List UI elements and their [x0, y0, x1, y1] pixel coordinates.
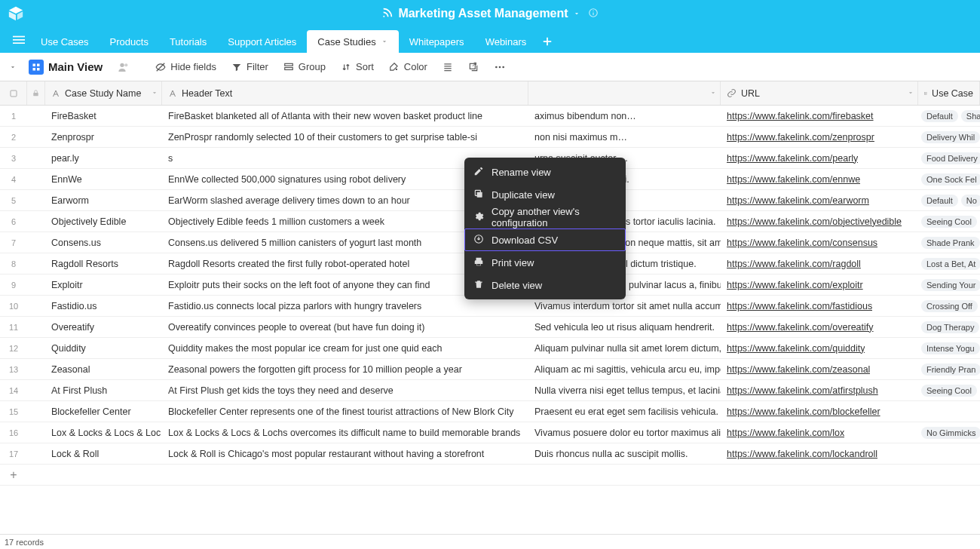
url-link[interactable]: https://www.fakelink.com/zenprospr — [727, 132, 874, 143]
cell-name[interactable]: Fastidio.us — [45, 296, 162, 316]
cell-use-case[interactable]: Seeing Cool — [918, 380, 980, 400]
cell-body[interactable]: Sed vehicula leo ut risus aliquam hendre… — [528, 317, 721, 337]
cell-url[interactable]: https://www.fakelink.com/firebasket — [721, 106, 918, 126]
cell-url[interactable]: https://www.fakelink.com/zeasonal — [721, 359, 918, 379]
url-link[interactable]: https://www.fakelink.com/quiddity — [727, 343, 865, 354]
tab-case-studies[interactable]: Case Studies — [307, 30, 398, 53]
url-link[interactable]: https://www.fakelink.com/firebasket — [727, 111, 874, 121]
cell-name[interactable]: FireBasket — [45, 106, 162, 126]
cell-body[interactable]: Vivamus posuere dolor eu tortor maximus … — [528, 422, 721, 443]
current-view-button[interactable]: Main View — [23, 57, 109, 78]
cell-url[interactable]: https://www.fakelink.com/quiddity — [721, 338, 918, 358]
table-row[interactable]: 13ZeasonalZeasonal powers the forgotten … — [0, 359, 980, 380]
table-row[interactable]: 17Lock & RollLock & Roll is Chicago's mo… — [0, 443, 980, 465]
menu-item-copy-another-view-s-configuration[interactable]: Copy another view's configuration — [464, 206, 626, 228]
cell-body[interactable]: aximus bibendum non… — [528, 106, 721, 126]
cell-url[interactable]: https://www.fakelink.com/lox — [721, 422, 918, 443]
group-button[interactable]: Group — [277, 58, 332, 75]
url-link[interactable]: https://www.fakelink.com/fastidious — [727, 301, 872, 311]
cell-url[interactable]: https://www.fakelink.com/consensus — [721, 232, 918, 253]
url-link[interactable]: https://www.fakelink.com/pearly — [727, 153, 858, 164]
cell-use-case[interactable]: No Gimmicks — [918, 422, 980, 443]
cell-name[interactable]: Zeasonal — [45, 359, 162, 379]
chevron-down-icon[interactable] — [907, 88, 914, 99]
sort-button[interactable]: Sort — [335, 58, 380, 75]
cell-header[interactable]: Blockefeller Center represents one of th… — [162, 401, 528, 422]
column-body-text[interactable] — [528, 81, 721, 105]
url-link[interactable]: https://www.fakelink.com/lox — [727, 428, 844, 438]
cell-use-case[interactable]: DefaultNo — [918, 190, 980, 210]
cell-use-case[interactable]: Crossing Off — [918, 296, 980, 316]
tab-products[interactable]: Products — [100, 30, 159, 53]
color-button[interactable]: Color — [383, 58, 433, 75]
tab-tutorials[interactable]: Tutorials — [159, 30, 217, 53]
url-link[interactable]: https://www.fakelink.com/ennwe — [727, 174, 860, 185]
add-table-button[interactable] — [537, 30, 558, 53]
tab-whitepapers[interactable]: Whitepapers — [399, 30, 475, 53]
cell-use-case[interactable]: Intense Yogu — [918, 338, 980, 358]
url-link[interactable]: https://www.fakelink.com/objectivelyedib… — [727, 216, 902, 227]
cell-name[interactable]: At First Plush — [45, 380, 162, 400]
cell-body[interactable]: Aliquam ac mi sagittis, vehicula arcu eu… — [528, 359, 721, 379]
menu-item-delete-view[interactable]: Delete view — [464, 274, 626, 296]
cell-use-case[interactable]: Delivery Whil — [918, 127, 980, 147]
cell-url[interactable]: https://www.fakelink.com/fastidious — [721, 296, 918, 316]
cell-url[interactable]: https://www.fakelink.com/lockandroll — [721, 443, 918, 464]
cell-use-case[interactable]: One Sock Fel — [918, 169, 980, 189]
cell-url[interactable]: https://www.fakelink.com/atfirstplush — [721, 380, 918, 400]
cell-name[interactable]: EnnWe — [45, 169, 162, 189]
table-row[interactable]: 1FireBasketFireBasket blanketed all of A… — [0, 106, 980, 127]
column-name[interactable]: Case Study Name — [45, 81, 162, 105]
cell-header[interactable]: FireBasket blanketed all of Atlanta with… — [162, 106, 528, 126]
menu-item-duplicate-view[interactable]: Duplicate view — [464, 183, 626, 206]
url-link[interactable]: https://www.fakelink.com/consensus — [727, 238, 877, 248]
url-link[interactable]: https://www.fakelink.com/overeatify — [727, 322, 874, 333]
chevron-down-icon[interactable] — [573, 8, 580, 20]
cell-name[interactable]: Earworm — [45, 190, 162, 210]
cell-name[interactable]: Ragdoll Resorts — [45, 253, 162, 274]
cell-name[interactable]: Lox & Locks & Locs & Loc… — [45, 422, 162, 443]
cell-body[interactable]: Nulla viverra nisi eget tellus tempus, e… — [528, 380, 721, 400]
select-all-checkbox[interactable] — [0, 81, 27, 105]
cell-use-case[interactable] — [918, 401, 980, 422]
cell-use-case[interactable]: Lost a Bet, At — [918, 253, 980, 274]
cell-header[interactable]: Lock & Roll is Chicago's most popular re… — [162, 443, 528, 464]
cell-name[interactable]: Exploitr — [45, 274, 162, 295]
cell-url[interactable]: https://www.fakelink.com/ragdoll — [721, 253, 918, 274]
url-link[interactable]: https://www.fakelink.com/exploitr — [727, 280, 863, 290]
cell-header[interactable]: At First Plush get kids the toys they ne… — [162, 380, 528, 400]
row-height-button[interactable] — [436, 59, 459, 75]
cell-url[interactable]: https://www.fakelink.com/blockefeller — [721, 401, 918, 422]
cell-use-case[interactable]: DefaultSha — [918, 106, 980, 126]
url-link[interactable]: https://www.fakelink.com/earworm — [727, 195, 869, 206]
column-url[interactable]: URL — [721, 81, 918, 105]
cell-header[interactable]: Zeasonal powers the forgotten gift proce… — [162, 359, 528, 379]
cell-name[interactable]: pear.ly — [45, 148, 162, 168]
cell-name[interactable]: Consens.us — [45, 232, 162, 253]
cell-url[interactable]: https://www.fakelink.com/zenprospr — [721, 127, 918, 147]
filter-button[interactable]: Filter — [225, 58, 274, 75]
chevron-down-icon[interactable] — [709, 88, 717, 99]
tab-support-articles[interactable]: Support Articles — [217, 30, 307, 53]
cell-name[interactable]: Blockefeller Center — [45, 401, 162, 422]
column-use-case[interactable]: Use Case — [918, 81, 980, 105]
cell-use-case[interactable]: Seeing Cool — [918, 211, 980, 232]
more-menu-button[interactable] — [488, 58, 512, 76]
cell-url[interactable]: https://www.fakelink.com/earworm — [721, 190, 918, 210]
share-view-button[interactable] — [462, 59, 485, 75]
cell-name[interactable]: Zenprospr — [45, 127, 162, 147]
table-row[interactable]: 14At First PlushAt First Plush get kids … — [0, 380, 980, 401]
menu-item-download-csv[interactable]: Download CSV — [464, 228, 626, 251]
app-title[interactable]: Marketing Asset Management — [398, 7, 568, 20]
cell-header[interactable]: ZenProspr randomly selected 10 of their … — [162, 127, 528, 147]
add-row-button[interactable]: + — [0, 465, 980, 486]
cell-name[interactable]: Quiddity — [45, 338, 162, 358]
cell-url[interactable]: https://www.fakelink.com/objectivelyedib… — [721, 211, 918, 232]
url-link[interactable]: https://www.fakelink.com/zeasonal — [727, 364, 870, 375]
collaborators-icon[interactable] — [112, 58, 136, 76]
cell-use-case[interactable]: Dog Therapy — [918, 317, 980, 337]
views-dropdown[interactable] — [6, 60, 20, 74]
cell-header[interactable]: Overeatify convinces people to overeat (… — [162, 317, 528, 337]
cell-body[interactable]: non nisi maximus m… — [528, 127, 721, 147]
url-link[interactable]: https://www.fakelink.com/ragdoll — [727, 259, 861, 269]
